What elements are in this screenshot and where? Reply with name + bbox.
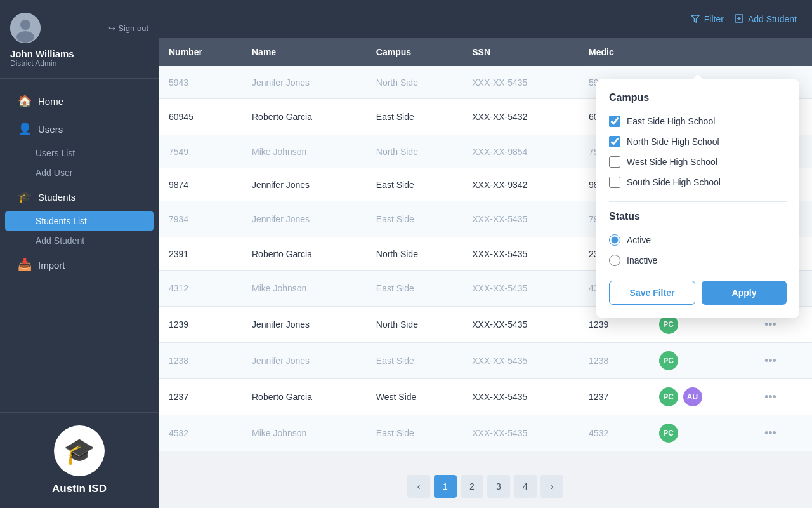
save-filter-button[interactable]: Save Filter [609, 281, 695, 305]
prev-page-button[interactable]: ‹ [407, 475, 430, 498]
cell-number: 9874 [159, 168, 242, 201]
sidebar-users-list-label: Users List [36, 148, 75, 158]
cell-number: 60945 [159, 99, 242, 135]
cell-campus: North Side [366, 66, 462, 99]
pc-badge: PC [659, 424, 678, 443]
au-badge: AU [683, 387, 702, 406]
apply-filter-button[interactable]: Apply [702, 281, 787, 305]
sidebar-item-users[interactable]: 👤 Users [5, 116, 154, 142]
sidebar-item-students[interactable]: 🎓 Students [5, 184, 154, 210]
filter-label: Filter [704, 14, 724, 24]
svg-point-2 [16, 31, 34, 43]
table-row[interactable]: 4532 Mike Johnson East Side XXX-XX-5435 … [159, 415, 812, 451]
cell-number: 1238 [159, 343, 242, 379]
status-active[interactable]: Active [609, 230, 787, 250]
add-student-button[interactable]: Add Student [734, 13, 797, 25]
filter-button[interactable]: Filter [690, 13, 724, 25]
import-icon: 📥 [18, 258, 32, 272]
cell-ssn: XXX-XX-5435 [462, 66, 579, 99]
table-row[interactable]: 1238 Jennifer Jones East Side XXX-XX-543… [159, 343, 812, 379]
cell-ssn: XXX-XX-5435 [462, 271, 579, 307]
next-page-button[interactable]: › [540, 475, 563, 498]
user-profile-section: ↪ Sign out John Williams District Admin [0, 0, 159, 79]
cell-ssn: XXX-XX-9854 [462, 135, 579, 168]
row-actions-button[interactable]: ••• [761, 389, 780, 405]
page-1-button[interactable]: 1 [434, 475, 457, 498]
sidebar-item-import[interactable]: 📥 Import [5, 251, 154, 278]
cell-name: Jennifer Jones [242, 66, 366, 99]
cell-ssn: XXX-XX-9342 [462, 168, 579, 201]
pc-badge: PC [659, 351, 678, 370]
sidebar-item-add-student[interactable]: Add Student [5, 231, 154, 250]
campus-south-side-checkbox[interactable] [609, 177, 620, 188]
row-actions-button[interactable]: ••• [761, 317, 780, 333]
cell-campus: North Side [366, 135, 462, 168]
user-name: John Williams [10, 48, 148, 59]
status-filter-title: Status [609, 211, 787, 222]
cell-campus: North Side [366, 307, 462, 343]
user-top-row: ↪ Sign out [10, 13, 148, 43]
cell-name: Roberto Garcia [242, 237, 366, 271]
sidebar-item-add-user[interactable]: Add User [5, 163, 154, 182]
cell-ssn: XXX-XX-5435 [462, 307, 579, 343]
sidebar-bottom: 🎓 Austin ISD [0, 412, 159, 508]
page-4-button[interactable]: 4 [514, 475, 537, 498]
user-role: District Admin [10, 59, 148, 68]
campus-north-side[interactable]: North Side High School [609, 131, 787, 152]
sidebar-item-students-list[interactable]: Students List [5, 211, 154, 231]
sidebar-item-users-label: Users [38, 124, 63, 135]
main-content: Filter Add Student Number Name Campus SS… [159, 0, 812, 508]
sidebar-item-users-list[interactable]: Users List [5, 144, 154, 163]
cell-name: Mike Johnson [242, 135, 366, 168]
cell-number: 7934 [159, 201, 242, 237]
col-number: Number [159, 38, 242, 66]
cell-campus: East Side [366, 168, 462, 201]
pagination: ‹ 1 2 3 4 › [159, 465, 812, 508]
table-row[interactable]: 1237 Roberto Garcia West Side XXX-XX-543… [159, 379, 812, 415]
sidebar-item-import-label: Import [38, 260, 65, 271]
cell-name: Roberto Garcia [242, 99, 366, 135]
campus-south-side[interactable]: South Side High School [609, 172, 787, 192]
sign-out-button[interactable]: ↪ Sign out [108, 23, 148, 33]
cell-actions: ••• [750, 343, 812, 379]
row-actions-button[interactable]: ••• [761, 425, 780, 441]
cell-campus: East Side [366, 343, 462, 379]
status-active-radio[interactable] [609, 234, 620, 246]
cell-ssn: XXX-XX-5435 [462, 201, 579, 237]
campus-north-side-checkbox[interactable] [609, 136, 620, 147]
filter-divider [609, 201, 787, 202]
status-inactive[interactable]: Inactive [609, 250, 787, 271]
cell-campus: West Side [366, 379, 462, 415]
cell-campus: North Side [366, 237, 462, 271]
col-status [649, 38, 750, 66]
cell-number: 1237 [159, 379, 242, 415]
cell-campus: East Side [366, 415, 462, 451]
add-student-label: Add Student [748, 14, 797, 24]
users-icon: 👤 [18, 122, 32, 136]
cell-number: 4312 [159, 271, 242, 307]
page-2-button[interactable]: 2 [461, 475, 483, 498]
campus-west-side[interactable]: West Side High School [609, 152, 787, 172]
status-inactive-label: Inactive [627, 255, 657, 265]
status-inactive-radio[interactable] [609, 255, 620, 266]
sidebar-add-user-label: Add User [36, 168, 72, 178]
filter-icon [690, 13, 700, 25]
campus-east-side[interactable]: East Side High School [609, 111, 787, 131]
row-actions-button[interactable]: ••• [761, 353, 780, 369]
sidebar: ↪ Sign out John Williams District Admin … [0, 0, 159, 508]
campus-west-side-checkbox[interactable] [609, 156, 620, 168]
avatar [10, 13, 41, 43]
students-icon: 🎓 [18, 190, 32, 204]
campus-east-side-checkbox[interactable] [609, 116, 620, 127]
pc-badge: PC [659, 387, 678, 406]
campus-north-side-label: North Side High School [627, 137, 719, 147]
page-3-button[interactable]: 3 [487, 475, 510, 498]
sidebar-item-home[interactable]: 🏠 Home [5, 88, 154, 114]
col-name: Name [242, 38, 366, 66]
cell-name: Jennifer Jones [242, 168, 366, 201]
cell-medic: 4532 [579, 415, 649, 451]
sign-out-label: Sign out [118, 23, 148, 33]
school-logo: 🎓 [54, 425, 105, 476]
main-header: Filter Add Student [159, 0, 812, 38]
sidebar-item-students-label: Students [38, 192, 75, 203]
